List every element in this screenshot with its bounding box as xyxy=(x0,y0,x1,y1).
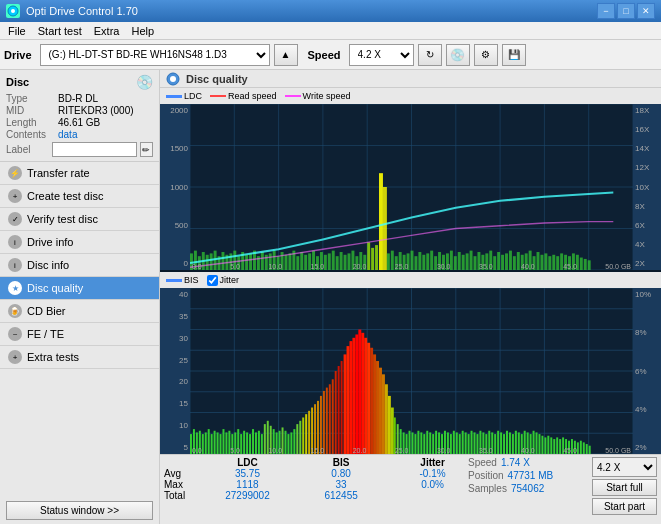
disc-mid-value: RITEKDR3 (000) xyxy=(58,105,134,116)
svg-rect-201 xyxy=(364,338,367,454)
jitter-checkbox[interactable] xyxy=(207,275,218,286)
sidebar-item-drive-info[interactable]: i Drive info xyxy=(0,231,159,254)
status-window-button[interactable]: Status window >> xyxy=(6,501,153,520)
disc-label-input[interactable] xyxy=(52,142,137,157)
drive-info-icon: i xyxy=(8,235,22,249)
stats-table: LDC BIS Jitter Avg 35.75 0.80 -0.1% xyxy=(164,457,464,501)
samples-stat-row: Samples 754062 xyxy=(468,483,588,494)
sidebar-item-label-drive-info: Drive info xyxy=(27,236,73,248)
svg-rect-207 xyxy=(382,374,385,454)
fe-te-icon: ~ xyxy=(8,327,22,341)
menu-start-test[interactable]: Start test xyxy=(32,24,88,38)
read-speed-legend-label: Read speed xyxy=(228,91,277,101)
maximize-button[interactable]: □ xyxy=(617,3,635,19)
ldc-legend-color xyxy=(166,95,182,98)
save-button[interactable]: 💾 xyxy=(502,44,526,66)
svg-rect-209 xyxy=(388,396,391,454)
sidebar-item-label-extra-tests: Extra tests xyxy=(27,351,79,363)
write-speed-legend-label: Write speed xyxy=(303,91,351,101)
stats-avg-label: Avg xyxy=(164,468,194,479)
disc-type-row: Type BD-R DL xyxy=(6,93,153,104)
position-stat-row: Position 47731 MB xyxy=(468,470,588,481)
stats-total-ldc: 27299002 xyxy=(194,490,301,501)
bis-legend-color xyxy=(166,279,182,282)
drive-select[interactable]: (G:) HL-DT-ST BD-RE WH16NS48 1.D3 xyxy=(40,44,270,66)
disc-quality-icon: ★ xyxy=(8,281,22,295)
app-icon xyxy=(6,4,20,18)
title-bar: Opti Drive Control 1.70 − □ ✕ xyxy=(0,0,661,22)
disc-type-label: Type xyxy=(6,93,58,104)
svg-rect-206 xyxy=(379,368,382,454)
sidebar-item-label-fe-te: FE / TE xyxy=(27,328,64,340)
sidebar-item-disc-quality[interactable]: ★ Disc quality xyxy=(0,277,159,300)
jitter-legend-label: Jitter xyxy=(220,275,240,285)
sidebar-item-create-test-disc[interactable]: + Create test disc xyxy=(0,185,159,208)
stats-header-empty2 xyxy=(381,457,401,468)
y-axis-right-1: 18X 16X 14X 12X 10X 8X 6X 4X 2X xyxy=(633,104,661,270)
svg-rect-208 xyxy=(385,384,388,454)
content-area: Disc quality LDC Read speed xyxy=(160,70,661,524)
stats-max-bis: 33 xyxy=(301,479,381,490)
close-button[interactable]: ✕ xyxy=(637,3,655,19)
disc-header: Disc 💿 xyxy=(6,74,153,90)
sidebar-item-fe-te[interactable]: ~ FE / TE xyxy=(0,323,159,346)
jitter-check-item: Jitter xyxy=(207,275,240,286)
read-speed-legend: Read speed xyxy=(210,91,277,101)
minimize-button[interactable]: − xyxy=(597,3,615,19)
charts-container: LDC Read speed Write speed 2000 xyxy=(160,88,661,454)
speed-stat-label: Speed xyxy=(468,457,497,468)
burn-button[interactable]: 💿 xyxy=(446,44,470,66)
stats-max-label: Max xyxy=(164,479,194,490)
svg-rect-197 xyxy=(352,338,355,454)
svg-rect-200 xyxy=(361,333,364,454)
app-title: Opti Drive Control 1.70 xyxy=(26,5,138,17)
sidebar-item-transfer-rate[interactable]: ⚡ Transfer rate xyxy=(0,162,159,185)
chart2-x-axis: 0.0 5.0 10.0 15.0 20.0 25.0 30.0 35.0 40… xyxy=(190,447,633,454)
chart2-legend: BIS Jitter xyxy=(160,272,661,288)
disc-length-row: Length 46.61 GB xyxy=(6,117,153,128)
menu-help[interactable]: Help xyxy=(125,24,160,38)
sidebar-item-label-transfer-rate: Transfer rate xyxy=(27,167,90,179)
start-part-button[interactable]: Start part xyxy=(592,498,657,515)
svg-rect-204 xyxy=(373,354,376,454)
settings-button[interactable]: ⚙ xyxy=(474,44,498,66)
stats-avg-row: Avg 35.75 0.80 -0.1% xyxy=(164,468,464,479)
disc-label-button[interactable]: ✏ xyxy=(140,142,153,157)
menu-file[interactable]: File xyxy=(2,24,32,38)
stats-total-row: Total 27299002 612455 xyxy=(164,490,464,501)
eject-button[interactable]: ▲ xyxy=(274,44,298,66)
write-speed-legend-color xyxy=(285,95,301,97)
chart-icon xyxy=(166,72,180,86)
title-bar-left: Opti Drive Control 1.70 xyxy=(6,4,138,18)
sidebar-item-verify-test-disc[interactable]: ✓ Verify test disc xyxy=(0,208,159,231)
start-full-button[interactable]: Start full xyxy=(592,479,657,496)
stats-max-row: Max 1118 33 0.0% xyxy=(164,479,464,490)
stats-total-bis: 612455 xyxy=(301,490,381,501)
chart1-svg xyxy=(190,104,633,270)
speed-label: Speed xyxy=(308,49,341,61)
write-speed-legend: Write speed xyxy=(285,91,351,101)
sidebar-item-cd-bier[interactable]: 🍺 CD Bier xyxy=(0,300,159,323)
drive-label: Drive xyxy=(4,49,32,61)
position-stat-value: 47731 MB xyxy=(508,470,554,481)
speed-select[interactable]: 4.2 X xyxy=(349,44,414,66)
chart2-svg xyxy=(190,288,633,454)
ldc-legend-label: LDC xyxy=(184,91,202,101)
sidebar-item-disc-info[interactable]: i Disc info xyxy=(0,254,159,277)
refresh-button[interactable]: ↻ xyxy=(418,44,442,66)
stats-header-jitter: Jitter xyxy=(401,457,464,468)
sidebar-item-label-cd-bier: CD Bier xyxy=(27,305,66,317)
sidebar-item-extra-tests[interactable]: + Extra tests xyxy=(0,346,159,369)
disc-mid-label: MID xyxy=(6,105,58,116)
verify-test-disc-icon: ✓ xyxy=(8,212,22,226)
svg-rect-203 xyxy=(370,348,373,454)
stats-header-empty xyxy=(164,457,194,468)
disc-label-row: Label ✏ xyxy=(6,142,153,157)
stats-table-container: LDC BIS Jitter Avg 35.75 0.80 -0.1% xyxy=(164,457,464,501)
svg-rect-66 xyxy=(383,187,387,270)
extra-tests-icon: + xyxy=(8,350,22,364)
menu-extra[interactable]: Extra xyxy=(88,24,126,38)
stats-total-label: Total xyxy=(164,490,194,501)
test-speed-select[interactable]: 4.2 X xyxy=(592,457,657,477)
svg-rect-193 xyxy=(341,361,343,454)
